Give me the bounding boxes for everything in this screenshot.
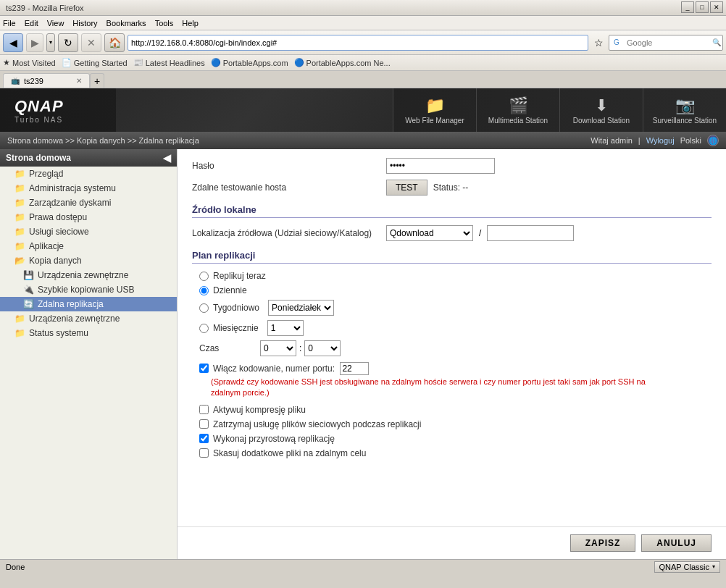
test-button[interactable]: TEST	[386, 180, 427, 196]
save-button[interactable]: ZAPISZ	[570, 534, 636, 552]
qnap-classic-button[interactable]: QNAP Classic ▾	[654, 561, 720, 573]
logout-link[interactable]: Wyloguj	[646, 136, 675, 145]
browser-title: ts239 - Mozilla Firefox	[6, 4, 84, 12]
menu-file[interactable]: File	[3, 19, 16, 28]
radio-now[interactable]	[199, 272, 209, 281]
back-button[interactable]: ◀	[3, 33, 23, 52]
files-icon: 📁	[425, 96, 445, 115]
qnap-classic-label: QNAP Classic	[659, 563, 709, 571]
sidebar-item-access[interactable]: 📁 Prawa dostępu	[0, 210, 177, 224]
status-bar-text: Done	[6, 563, 25, 571]
cancel-button[interactable]: ANULUJ	[641, 534, 712, 552]
compress-label: Aktywuj kompresję pliku	[213, 405, 306, 415]
menu-bookmarks[interactable]: Bookmarks	[107, 19, 146, 28]
globe-icon[interactable]: 🌐	[707, 135, 719, 146]
sidebar-item-network[interactable]: 📁 Usługi sieciowe	[0, 224, 177, 239]
bookmark-circle-icon: 🔵	[211, 58, 221, 67]
source-section-title: Źródło lokalne	[192, 204, 712, 218]
sidebar-item-status[interactable]: 📁 Status systemu	[0, 326, 177, 340]
bookmark-headlines[interactable]: 📰 Latest Headlines	[133, 58, 205, 67]
nav-webfilemanager-label: Web File Manager	[405, 117, 464, 125]
folder-open-icon: 📂	[14, 256, 25, 266]
forward-button[interactable]: ▶	[26, 33, 43, 52]
address-bar[interactable]	[128, 35, 588, 51]
nav-multimedia[interactable]: 🎬 Multimedia Station	[476, 88, 559, 132]
reload-button[interactable]: ↻	[58, 33, 78, 52]
minimize-button[interactable]: _	[681, 1, 694, 13]
czas-minute-select[interactable]: 0153045	[304, 340, 341, 356]
source-path-input[interactable]	[487, 225, 574, 241]
menu-help[interactable]: Help	[182, 19, 199, 28]
nav-download-label: Download Station	[573, 117, 630, 125]
usb-icon: 🔌	[23, 285, 34, 295]
qnap-logo: QNAP Turbo NAS	[0, 97, 116, 124]
device-icon: 💾	[23, 270, 34, 280]
weekly-select[interactable]: Poniedziałek Wtorek Środa Czwartek Piąte…	[268, 300, 334, 316]
menu-tools[interactable]: Tools	[155, 19, 174, 28]
nav-surveillance[interactable]: 📷 Surveillance Station	[643, 88, 726, 132]
sidebar-item-ext-devices[interactable]: 💾 Urządzenia zewnętrzne	[0, 268, 177, 282]
bookmark-rss-icon: 📰	[133, 58, 143, 67]
restore-button[interactable]: □	[696, 1, 709, 13]
delete-checkbox[interactable]	[199, 448, 209, 458]
sidebar-item-zdalna[interactable]: 🔄 Zdalna replikacja	[0, 297, 177, 311]
incremental-checkbox[interactable]	[199, 434, 209, 443]
encode-checkbox[interactable]	[199, 364, 209, 373]
sidebar-item-przeglad[interactable]: 📁 Przegląd	[0, 167, 177, 181]
sidebar-item-admin[interactable]: 📁 Administracja systemu	[0, 181, 177, 196]
bookmark-doc-icon: 📄	[62, 58, 72, 67]
sidebar-item-apps[interactable]: 📁 Aplikacje	[0, 239, 177, 253]
tab-close-icon[interactable]: ✕	[76, 77, 82, 85]
plan-section-title: Plan replikacji	[192, 250, 712, 264]
new-tab-button[interactable]: +	[90, 73, 104, 88]
radio-daily-label: Dziennie	[213, 285, 247, 295]
search-input[interactable]	[624, 35, 711, 50]
dropdown-arrow-icon: ▾	[712, 563, 715, 570]
content-area: Hasło Zdalne testowanie hosta TEST Statu…	[178, 149, 726, 559]
welcome-text: Witaj admin	[591, 136, 632, 145]
close-button[interactable]: ✕	[710, 1, 723, 13]
bookmark-portableapps2[interactable]: 🔵 PortableApps.com Ne...	[294, 58, 391, 67]
bookmark-most-visited[interactable]: ★ Most Visited	[3, 58, 56, 67]
encode-warning: (Sprawdź czy kodowanie SSH jest obsługiw…	[211, 377, 675, 399]
sidebar-item-external[interactable]: 📁 Urządzenia zewnętrzne	[0, 311, 177, 326]
monthly-select[interactable]: 12345 678910	[267, 320, 304, 336]
replicate-icon: 🔄	[23, 299, 34, 309]
tab-label: ts239	[24, 77, 43, 85]
sidebar-collapse-icon[interactable]: ◀	[163, 152, 171, 164]
stop-button[interactable]: ✕	[81, 33, 101, 52]
sidebar: Strona domowa ◀ 📁 Przegląd 📁 Administrac…	[0, 149, 178, 559]
star-icon[interactable]: ☆	[591, 35, 606, 51]
nav-download[interactable]: ⬇ Download Station	[559, 88, 643, 132]
download-icon: ⬇	[595, 96, 608, 115]
history-dropdown[interactable]: ▾	[46, 33, 55, 52]
incremental-label: Wykonaj przyrostową replikację	[213, 434, 335, 444]
search-button[interactable]: 🔍	[711, 35, 722, 50]
encode-port-input[interactable]	[340, 362, 369, 375]
encode-label: Włącz kodowanie, numer portu:	[213, 362, 372, 375]
source-slash: /	[479, 228, 481, 238]
czas-hour-select[interactable]: 01234 56789 101112	[260, 340, 296, 356]
menu-edit[interactable]: Edit	[25, 19, 38, 28]
haslo-input[interactable]	[386, 158, 495, 174]
radio-monthly[interactable]	[199, 324, 209, 333]
bookmark-portableapps[interactable]: 🔵 PortableApps.com	[211, 58, 288, 67]
stop-service-checkbox[interactable]	[199, 419, 209, 429]
source-select[interactable]: Qdownload	[386, 225, 473, 241]
radio-weekly[interactable]	[199, 303, 209, 313]
sidebar-title: Strona domowa	[6, 153, 71, 163]
sidebar-item-disks[interactable]: 📁 Zarządzanie dyskami	[0, 196, 177, 210]
sidebar-item-usb[interactable]: 🔌 Szybkie kopiowanie USB	[0, 282, 177, 297]
sidebar-item-backup[interactable]: 📂 Kopia danych	[0, 253, 177, 268]
bookmark-getting-started[interactable]: 📄 Getting Started	[62, 58, 128, 67]
menu-view[interactable]: View	[47, 19, 64, 28]
home-button[interactable]: 🏠	[104, 33, 125, 52]
compress-checkbox[interactable]	[199, 405, 209, 414]
radio-daily[interactable]	[199, 286, 209, 295]
search-engine-icon: G	[609, 35, 624, 50]
active-tab[interactable]: 📺 ts239 ✕	[3, 73, 90, 88]
radio-now-label: Replikuj teraz	[213, 271, 266, 281]
nav-webfilemanager[interactable]: 📁 Web File Manager	[393, 88, 476, 132]
menu-history[interactable]: History	[72, 19, 97, 28]
topbar-lang[interactable]: Polski	[680, 136, 701, 145]
